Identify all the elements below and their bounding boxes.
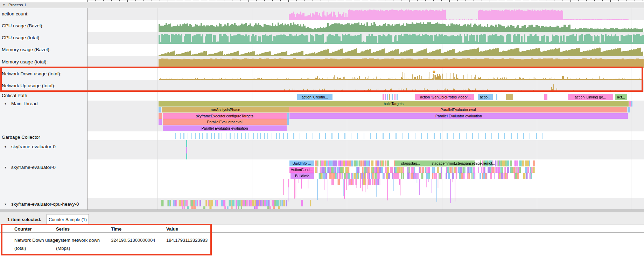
process-group-header[interactable]: ▾ Process 1: [0, 2, 644, 8]
trace-slice-sliver[interactable]: [392, 94, 393, 100]
trace-slice[interactable]: BuildInfo ...: [289, 160, 314, 166]
trace-slice[interactable]: ParallelEvaluator.eval: [289, 107, 627, 112]
trace-slice-sliver[interactable]: [394, 94, 396, 100]
trace-slice[interactable]: action 'Creatin...: [297, 94, 332, 100]
trace-slice[interactable]: skyframeExecutor.configureTargets: [163, 113, 287, 119]
network-rows-annotation-box: [0, 67, 643, 92]
trace-slice[interactable]: runAnalysisPhase: [162, 107, 289, 112]
trace-slice-sliver[interactable]: [287, 113, 289, 119]
counter-track-label: CPU usage (Bazel):: [2, 23, 43, 28]
collapse-triangle-icon[interactable]: ▾: [5, 202, 6, 206]
counter-track-label: Memory usage (total):: [2, 59, 48, 64]
trace-slice-sliver[interactable]: [385, 94, 386, 100]
overlapping-slice-label: staggstag...: [401, 160, 420, 166]
collapse-triangle-icon[interactable]: ▾: [5, 165, 6, 169]
trace-slice-sliver[interactable]: [389, 94, 390, 100]
process-name: Process 1: [8, 3, 26, 7]
trace-slice[interactable]: ParallelEvaluator.eval: [163, 119, 287, 125]
collapse-triangle-icon[interactable]: ▾: [5, 145, 6, 149]
trace-slice-sliver[interactable]: [397, 94, 398, 100]
panel-divider[interactable]: [0, 210, 644, 212]
collapse-triangle-icon[interactable]: ▾: [5, 102, 6, 105]
trace-slice-sliver[interactable]: [506, 94, 513, 100]
counter-track-label: action count:: [2, 11, 29, 16]
details-tab-bar: 1 item selected. Counter Sample (1): [0, 212, 644, 225]
overlapping-slice-label: stagagemrmot.stejagansetnige.remot...: [432, 160, 495, 166]
trace-slice[interactable]: ActionConti...: [289, 167, 314, 173]
thread-track-label: skyframe-evaluator-0: [11, 144, 56, 149]
trace-viewer-window: ▾ Process 1 1 item selected. Counter Sam…: [0, 0, 644, 260]
trace-slice-sliver[interactable]: [159, 113, 162, 119]
trace-slice[interactable]: buildTargets: [159, 101, 629, 107]
thread-track-label: Garbage Collector: [2, 135, 40, 140]
collapse-triangle-icon[interactable]: ▾: [3, 3, 5, 7]
selection-summary: 1 item selected.: [7, 217, 41, 222]
trace-slice-sliver[interactable]: [159, 107, 161, 112]
thread-track-label: skyframe-evaluator-0: [11, 165, 56, 170]
trace-slice[interactable]: action 'GenObjcProtos video/...: [417, 94, 474, 100]
trace-slice[interactable]: actio...: [478, 94, 493, 100]
trace-slice-sliver[interactable]: staggstag...stagagemrmot.stejagansetnige…: [395, 160, 475, 166]
trace-slice[interactable]: action 'Linking go...: [568, 94, 613, 100]
trace-slice-sliver[interactable]: [287, 119, 289, 125]
trace-slice-sliver[interactable]: [159, 119, 162, 125]
trace-slice-sliver[interactable]: [387, 94, 388, 100]
trace-slice-sliver[interactable]: [383, 94, 384, 100]
trace-slice[interactable]: BuildInfo: [290, 173, 314, 179]
trace-slice-sliver[interactable]: [629, 101, 631, 107]
thread-track-label: Critical Path: [2, 93, 27, 98]
trace-slice-sliver[interactable]: [496, 94, 497, 100]
trace-slice-sliver[interactable]: [628, 107, 630, 112]
counter-track-label: Memory usage (Bazel):: [2, 47, 51, 52]
trace-slice-sliver[interactable]: [631, 101, 632, 107]
trace-slice[interactable]: Parallel Evaluator evaluation: [289, 113, 628, 119]
counter-track-label: CPU usage (total):: [2, 35, 41, 40]
trace-slice-sliver[interactable]: [544, 94, 547, 100]
thread-track-label: skyframe-evaluator-cpu-heavy-0: [11, 201, 79, 207]
trace-slice[interactable]: act...: [615, 94, 627, 100]
thread-track-label: Main Thread: [11, 101, 38, 106]
sample-table-annotation-box: [1, 224, 212, 255]
trace-slice[interactable]: Parallel Evaluator evaluation: [163, 125, 287, 131]
